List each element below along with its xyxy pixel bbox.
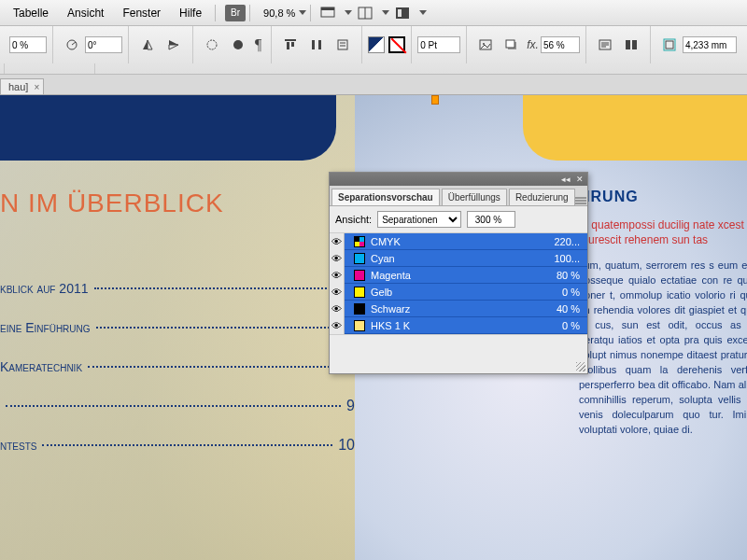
svg-rect-13 — [312, 40, 315, 49]
tint-field[interactable] — [9, 36, 47, 53]
select-content-icon[interactable] — [226, 35, 250, 55]
svg-rect-15 — [338, 40, 347, 49]
collapse-icon[interactable]: ◂◂ — [561, 175, 571, 184]
arrange-dropdown-icon[interactable] — [382, 10, 389, 15]
frame-fitting-icon[interactable] — [657, 35, 682, 55]
rotate-icon[interactable] — [60, 35, 84, 55]
sep-row-cmyk[interactable]: 👁CMYK220... — [330, 233, 587, 250]
left-page-text: N IM ÜBERBLICK kblick auf 20116 eine Ein… — [0, 170, 364, 495]
separation-list: 👁CMYK220... 👁Cyan100... 👁Magenta80 % 👁Ge… — [330, 233, 587, 334]
swatch-yellow — [354, 287, 365, 298]
toc-line-5: ntests10 — [0, 437, 355, 454]
yellow-header-shape — [523, 95, 747, 161]
panel-titlebar[interactable]: ◂◂ ✕ — [330, 173, 587, 186]
ink-limit-field[interactable] — [467, 211, 515, 228]
workspace-icon[interactable] — [390, 3, 415, 23]
flip-horizontal-icon[interactable] — [135, 35, 160, 55]
paragraph-style-icon[interactable]: ¶ — [255, 36, 261, 53]
tab-ueberfuellung[interactable]: Überfüllungs — [442, 189, 507, 205]
arrange-documents-icon[interactable] — [353, 3, 377, 23]
right-page-title: HRUNG — [579, 189, 747, 205]
overview-title: N IM ÜBERBLICK — [0, 189, 355, 218]
view-label: Ansicht: — [335, 214, 372, 225]
zoom-dropdown-icon[interactable] — [299, 10, 306, 15]
visibility-eye-icon[interactable]: 👁 — [330, 284, 345, 301]
bridge-button[interactable]: Br — [225, 5, 246, 21]
sep-row-black[interactable]: 👁Schwarz40 % — [330, 301, 587, 317]
sep-row-magenta[interactable]: 👁Magenta80 % — [330, 267, 587, 284]
svg-rect-29 — [666, 41, 673, 49]
toc-line-4: 9 — [0, 398, 355, 414]
visibility-eye-icon[interactable]: 👁 — [330, 233, 345, 250]
document-canvas[interactable]: N IM ÜBERBLICK kblick auf 20116 eine Ein… — [0, 95, 747, 560]
screen-mode-dropdown-icon[interactable] — [345, 10, 352, 15]
workspace-dropdown-icon[interactable] — [419, 10, 427, 15]
swatch-hks1k — [354, 320, 365, 331]
rotation-field[interactable] — [85, 36, 122, 53]
control-panel: ¶ fx. Automatisch einpass — [0, 26, 747, 75]
text-frame-options-icon[interactable] — [593, 35, 617, 55]
resize-grip-icon[interactable] — [576, 362, 585, 371]
svg-rect-12 — [291, 42, 294, 47]
swatch-magenta — [354, 270, 365, 281]
blue-header-shape — [0, 95, 336, 161]
menu-hilfe[interactable]: Hilfe — [170, 7, 211, 20]
document-tab-label: hau] — [8, 81, 28, 92]
panel-menu-icon[interactable] — [575, 196, 587, 205]
visibility-eye-icon[interactable]: 👁 — [330, 317, 345, 334]
text-wrap-icon[interactable] — [331, 35, 355, 55]
effects-gallery-icon[interactable] — [473, 35, 498, 55]
screen-mode-icon[interactable] — [316, 3, 340, 23]
visibility-eye-icon[interactable]: 👁 — [330, 267, 345, 284]
close-tab-icon[interactable]: × — [35, 82, 40, 92]
toc-line-1: kblick auf 20116 — [0, 280, 355, 297]
columns-icon[interactable] — [619, 35, 643, 55]
panel-footer — [330, 334, 587, 373]
svg-point-8 — [207, 40, 217, 49]
svg-rect-5 — [398, 9, 402, 17]
swatch-black — [354, 303, 365, 315]
sep-row-hks1k[interactable]: 👁HKS 1 K0 % — [330, 317, 587, 334]
right-page-text: HRUNG m quatempossi ducilig nate xcest a… — [579, 189, 747, 437]
stroke-weight-field[interactable] — [417, 36, 460, 53]
toc-line-top — [0, 256, 355, 258]
close-panel-icon[interactable]: ✕ — [576, 175, 584, 184]
right-page-intro: m quatempossi ducilig nate xcest aturesc… — [579, 218, 747, 247]
distribute-icon[interactable] — [304, 35, 329, 55]
tab-separationsvorschau[interactable]: Separationsvorschau — [331, 189, 440, 205]
visibility-eye-icon[interactable]: 👁 — [330, 250, 345, 267]
main-menubar: Tabelle Ansicht Fenster Hilfe Br 90,8 % — [0, 0, 747, 26]
panel-tabs: Separationsvorschau Überfüllungs Reduzie… — [330, 186, 587, 206]
align-top-icon[interactable] — [278, 35, 303, 55]
stroke-swatch[interactable] — [388, 36, 405, 53]
tab-reduzierung[interactable]: Reduzierung — [509, 189, 575, 205]
sep-row-yellow[interactable]: 👁Gelb0 % — [330, 284, 587, 301]
toc-line-3: Kameratechnik8 — [0, 358, 355, 375]
fill-swatch[interactable] — [368, 36, 385, 53]
svg-rect-11 — [287, 42, 289, 49]
separations-preview-panel[interactable]: ◂◂ ✕ Separationsvorschau Überfüllungs Re… — [329, 172, 588, 374]
document-tab[interactable]: hau] × — [0, 78, 44, 94]
anchor-marker-icon[interactable] — [431, 95, 439, 105]
swatch-cyan — [354, 253, 365, 264]
flip-vertical-icon[interactable] — [162, 35, 186, 55]
menu-ansicht[interactable]: Ansicht — [58, 7, 113, 20]
menu-fenster[interactable]: Fenster — [113, 7, 170, 20]
select-container-icon[interactable] — [200, 35, 224, 55]
fx-icon[interactable]: fx. — [527, 38, 539, 51]
svg-rect-26 — [626, 40, 630, 49]
right-page-body: cum, quatum, serrorem res s eum explit e… — [579, 259, 747, 437]
sep-row-cyan[interactable]: 👁Cyan100... — [330, 250, 587, 267]
svg-rect-21 — [506, 40, 514, 48]
visibility-eye-icon[interactable]: 👁 — [330, 301, 345, 317]
svg-rect-27 — [632, 40, 637, 49]
svg-rect-1 — [321, 7, 334, 10]
dimension-field[interactable] — [683, 36, 737, 53]
opacity-field[interactable] — [541, 36, 580, 53]
toc-line-2: eine Einführung7 — [0, 319, 355, 336]
menu-tabelle[interactable]: Tabelle — [4, 7, 58, 20]
view-dropdown[interactable]: Separationen — [377, 211, 461, 228]
drop-shadow-icon[interactable] — [500, 35, 524, 55]
document-tabbar: hau] × — [0, 75, 747, 95]
zoom-level-field[interactable]: 90,8 % — [263, 7, 295, 19]
